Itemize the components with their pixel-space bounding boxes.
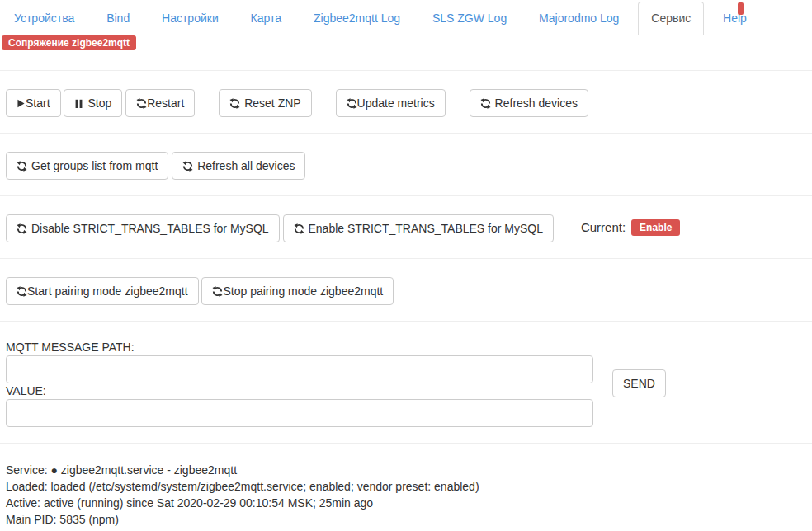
button-label: Stop	[87, 96, 111, 110]
refresh-devices-button[interactable]: Refresh devices	[470, 89, 588, 117]
button-label: Refresh devices	[495, 96, 578, 110]
button-label: Restart	[147, 96, 184, 110]
refresh-icon	[136, 95, 147, 111]
mqtt-groups-row: Get groups list from mqtt Refresh all de…	[6, 152, 812, 180]
reset-znp-button[interactable]: Reset ZNP	[219, 89, 311, 117]
service-status-line: Tasks: 23 (limit: 4915)	[6, 528, 812, 531]
mqtt-message-form: MQTT MESSAGE PATH: VALUE: SEND	[6, 340, 812, 427]
tab-zigbee2mqtt-log[interactable]: Zigbee2mqtt Log	[300, 2, 413, 35]
tab-service[interactable]: Сервис	[638, 2, 704, 35]
refresh-all-devices-button[interactable]: Refresh all devices	[172, 152, 305, 180]
service-status-line: Loaded: loaded (/etc/systemd/system/zigb…	[6, 478, 812, 495]
start-button[interactable]: Start	[6, 89, 61, 117]
play-icon	[17, 95, 26, 111]
service-status-line: Active: active (running) since Sat 2020-…	[6, 495, 812, 511]
refresh-icon	[212, 283, 223, 299]
service-control-row: Start Stop Restart Reset ZNP Update metr…	[6, 89, 812, 117]
service-status-line: Service: ● zigbee2mqtt.service - zigbee2…	[6, 462, 812, 478]
button-label: Start pairing mode zigbee2mqtt	[27, 284, 188, 298]
restart-button[interactable]: Restart	[125, 89, 195, 117]
tab-settings[interactable]: Настройки	[149, 2, 232, 35]
service-status-block: Service: ● zigbee2mqtt.service - zigbee2…	[6, 462, 812, 531]
button-label: Refresh all devices	[197, 159, 295, 172]
divider	[0, 133, 812, 134]
button-label: Get groups list from mqtt	[31, 159, 158, 172]
refresh-icon	[347, 95, 357, 111]
mqtt-value-label: VALUE:	[6, 383, 812, 399]
button-label: Update metrics	[357, 96, 435, 110]
current-mode-label: Current:	[581, 220, 626, 234]
stop-pairing-button[interactable]: Stop pairing mode zigbee2mqtt	[201, 277, 394, 305]
start-pairing-button[interactable]: Start pairing mode zigbee2mqtt	[6, 277, 199, 305]
service-status-line: Main PID: 5835 (npm)	[6, 511, 812, 528]
pairing-mode-row: Start pairing mode zigbee2mqtt Stop pair…	[6, 277, 812, 305]
button-label: Enable STRICT_TRANS_TABLES for MySQL	[309, 222, 544, 235]
enable-strict-button[interactable]: Enable STRICT_TRANS_TABLES for MySQL	[283, 214, 555, 242]
mysql-strict-row: Disable STRICT_TRANS_TABLES for MySQL En…	[6, 214, 812, 242]
refresh-icon	[17, 157, 27, 174]
disable-strict-button[interactable]: Disable STRICT_TRANS_TABLES for MySQL	[6, 214, 280, 242]
divider	[0, 195, 812, 196]
tab-bind[interactable]: Bind	[93, 2, 143, 35]
stop-button[interactable]: Stop	[64, 89, 122, 117]
divider	[0, 70, 812, 71]
refresh-icon	[480, 95, 491, 111]
tab-majordomo-log[interactable]: Majorodmo Log	[526, 2, 632, 35]
pairing-status-badge: Сопряжение zigbee2mqtt	[2, 35, 136, 50]
divider	[0, 443, 812, 444]
button-label: Start	[26, 96, 50, 110]
get-groups-button[interactable]: Get groups list from mqtt	[6, 152, 168, 180]
pause-icon	[74, 95, 83, 111]
send-button[interactable]: SEND	[612, 369, 666, 397]
nav-tabs-bar: Устройства Bind Настройки Карта Zigbee2m…	[0, 0, 812, 54]
update-metrics-button[interactable]: Update metrics	[336, 89, 446, 117]
refresh-icon	[17, 220, 27, 237]
notification-badge	[738, 2, 744, 15]
refresh-icon	[229, 95, 240, 111]
tab-map[interactable]: Карта	[238, 2, 295, 35]
tab-devices[interactable]: Устройства	[1, 2, 87, 35]
tab-help[interactable]: Help	[710, 2, 760, 35]
current-mode-badge: Enable	[631, 219, 680, 236]
button-label: Stop pairing mode zigbee2mqtt	[223, 284, 383, 298]
refresh-icon	[17, 283, 27, 299]
mqtt-path-label: MQTT MESSAGE PATH:	[6, 340, 812, 355]
button-label: Disable STRICT_TRANS_TABLES for MySQL	[31, 222, 269, 235]
tab-sls-zgw-log[interactable]: SLS ZGW Log	[419, 2, 520, 35]
refresh-icon	[182, 157, 193, 174]
tabs-row: Устройства Bind Настройки Карта Zigbee2m…	[0, 2, 812, 35]
refresh-icon	[294, 220, 304, 237]
divider	[0, 258, 812, 259]
divider	[0, 321, 812, 322]
mqtt-value-input[interactable]	[6, 399, 593, 427]
button-label: Reset ZNP	[244, 96, 300, 110]
mqtt-path-input[interactable]	[6, 355, 593, 383]
